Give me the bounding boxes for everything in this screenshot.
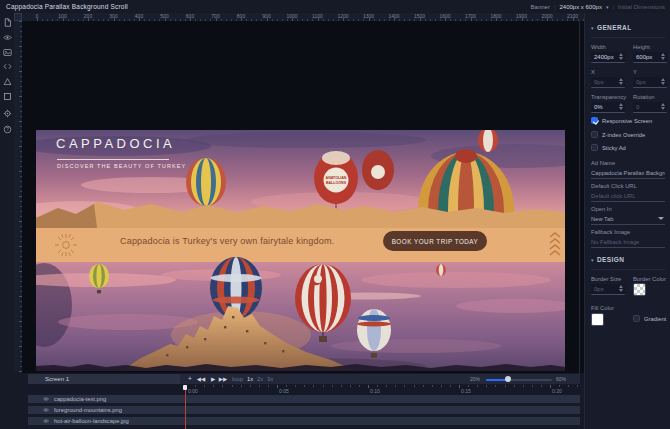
ruler-tick [20,161,22,162]
initial-dimensions-button[interactable]: Initial Dimensions [618,4,665,10]
checkbox-row[interactable]: Responsive Screen [591,117,652,124]
stepper-icon[interactable] [619,78,623,85]
border-color-swatch[interactable] [633,283,646,296]
playhead-line[interactable] [185,385,186,429]
section-design[interactable]: ▾DESIGN [591,256,624,263]
checkbox-row[interactable]: Sticky Ad [591,144,626,151]
timeline-ruler[interactable]: 0:000:050:100:150:20 [28,385,580,394]
layer-row[interactable]: foreground-mountains.png [28,406,580,414]
ruler-tick [20,326,22,327]
gradient-checkbox[interactable] [633,315,640,322]
ruler-tick [241,18,242,21]
layer-row[interactable]: cappadocia-text.png [28,395,580,403]
design-canvas[interactable]: ANATOLIAN BALLOONS [22,21,582,373]
fast-forward-button[interactable]: ▶▶ [218,374,228,384]
ruler-tick [20,181,22,182]
stepper-icon[interactable] [619,103,623,110]
ruler-tick [20,356,22,357]
file-icon[interactable] [2,17,12,27]
layer-row[interactable]: hot-air-balloon-landscape.jpg [28,417,580,425]
speed-2x-button[interactable]: 2x [257,374,263,384]
open-in-select[interactable]: New Tab [591,214,665,225]
playhead-handle[interactable] [183,385,187,390]
height-label: Height [633,44,650,50]
ruler-tick [19,96,22,97]
click-url-input[interactable]: Default click URL [591,191,665,202]
chevron-down-icon [658,217,664,220]
eye-icon[interactable] [43,396,49,402]
cta-button[interactable]: BOOK YOUR TRIP TODAY [383,231,487,251]
banner-canvas[interactable]: ANATOLIAN BALLOONS [36,130,565,371]
eye-icon[interactable] [43,418,49,424]
ruler-tick [542,19,543,21]
checkbox[interactable] [591,117,598,124]
fill-color-swatch[interactable] [591,313,604,326]
rewind-button[interactable]: ◀◀ [196,374,206,384]
ruler-tick [190,18,191,21]
stepper-icon[interactable] [661,103,665,110]
checkbox[interactable] [591,131,598,138]
ad-name-input[interactable]: Cappadocia Parallax Background Scr [591,168,665,179]
time-tick [259,385,260,387]
canvas-scrollbar[interactable] [579,21,580,373]
time-tick [250,385,251,387]
fallback-image-input[interactable]: No Fallback Image [591,237,665,248]
time-tick [414,385,415,387]
ruler-tick [328,19,329,21]
ruler-tick [37,18,38,21]
help-icon[interactable]: ? [2,124,12,134]
rectangle-icon[interactable] [2,91,12,101]
screen-tab[interactable]: Screen 1 [28,374,180,384]
width-input[interactable]: 2400px [591,52,625,63]
ruler-tick [277,19,278,21]
eye-icon[interactable] [2,32,12,42]
image-icon[interactable] [2,47,12,57]
ruler-tick [430,19,431,21]
ruler-tick [20,251,22,252]
ruler-tick [231,19,232,21]
vector-icon[interactable] [2,76,12,86]
eye-icon[interactable] [43,407,49,413]
stepper-icon[interactable] [619,285,623,292]
stepper-icon[interactable] [619,53,623,60]
stepper-icon[interactable] [661,53,665,60]
ruler-tick [19,346,22,347]
ruler-tick [440,19,441,21]
balloon-tiny-far [436,264,446,276]
speed-1x-button[interactable]: 1x [247,374,253,384]
app-window: Cappadocia Parallax Background Scroll Ba… [0,0,670,429]
speed-3x-button[interactable]: 3x [267,374,273,384]
ruler-tick [537,19,538,21]
dimensions-dropdown[interactable]: 2400px x 600px [560,4,602,10]
height-input[interactable]: 600px [633,52,667,63]
x-input[interactable]: 0px [591,77,625,88]
gradient-checkbox-row[interactable]: Gradient [633,315,666,322]
ruler-tick [20,361,22,362]
checkbox[interactable] [591,144,598,151]
add-screen-button[interactable]: + [185,374,195,384]
section-general[interactable]: ▾GENERAL [591,24,632,31]
time-tick [514,385,515,387]
play-button[interactable]: ▶ [209,374,217,384]
time-label: 0:10 [370,388,380,394]
target-icon[interactable] [2,108,12,118]
ruler-tick [307,19,308,21]
rotation-input[interactable]: 0 [633,102,667,113]
format-label[interactable]: Banner [531,4,550,10]
y-input[interactable]: 0px [633,77,667,88]
checkbox-row[interactable]: Z-index Override [591,131,645,138]
rotation-label: Rotation [633,94,655,100]
stepper-icon[interactable] [661,78,665,85]
time-tick [495,385,496,387]
loop-toggle[interactable]: loop [232,374,243,384]
ruler-tick [450,19,451,21]
embed-code-icon[interactable] [2,61,12,71]
zoom-max-label: 60% [556,374,566,384]
ruler-tick [511,19,512,21]
time-tick [241,385,242,387]
border-size-input[interactable]: 0px [591,284,625,295]
fill-color-label: Fill Color [591,305,614,311]
ruler-tick [20,291,22,292]
transparency-input[interactable]: 0% [591,102,625,113]
zoom-slider-handle[interactable] [505,376,511,382]
